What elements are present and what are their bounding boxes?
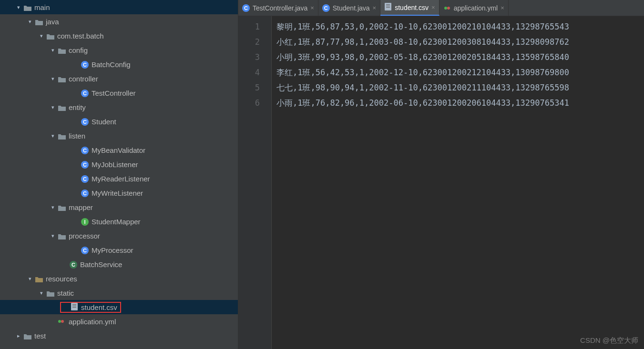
folder-icon bbox=[23, 3, 32, 11]
project-tree[interactable]: ▾main▾java▾com.test.batch▾configCBatchCo… bbox=[0, 0, 238, 349]
folder-icon bbox=[34, 18, 44, 26]
tree-item-label: StudentMapper bbox=[92, 218, 141, 226]
yml-icon bbox=[57, 318, 67, 325]
line-number: 1 bbox=[238, 19, 260, 34]
tree-item-student[interactable]: CStudent bbox=[0, 114, 238, 129]
chevron-icon: ▾ bbox=[49, 133, 57, 139]
tree-item-label: controller bbox=[69, 75, 98, 83]
tree-item-student-csv[interactable]: student.csv bbox=[0, 300, 238, 314]
folder-icon bbox=[57, 232, 67, 240]
class-icon: C bbox=[80, 174, 90, 183]
tree-item-entity[interactable]: ▾entity bbox=[0, 100, 238, 114]
code-line[interactable]: 小明,3班,99,93,98,0,2002-05-18,623001200205… bbox=[276, 50, 569, 65]
tree-item-label: resources bbox=[46, 275, 77, 283]
tree-item-myreaderlistener[interactable]: CMyReaderListener bbox=[0, 171, 238, 186]
tab-label: application.yml bbox=[454, 4, 498, 12]
tree-item-label: mapper bbox=[69, 203, 93, 211]
svg-point-1 bbox=[61, 320, 64, 323]
folder-icon bbox=[57, 46, 67, 54]
editor-content: 123456 黎明,1班,56,87,53,0,2002-10-10,62300… bbox=[238, 16, 644, 349]
tree-item-batchconfig[interactable]: CBatchConfig bbox=[0, 57, 238, 71]
tree-item-label: MyJobListener bbox=[92, 160, 138, 169]
tree-item-batchservice[interactable]: CBatchService bbox=[0, 257, 238, 271]
tree-item-testcontroller[interactable]: CTestController bbox=[0, 86, 238, 100]
tree-item-mybeanvalidator[interactable]: CMyBeanValidator bbox=[0, 143, 238, 157]
close-icon[interactable]: × bbox=[310, 4, 314, 11]
code-line[interactable]: 小雨,1班,76,82,96,1,2002-06-10,623001200206… bbox=[276, 95, 569, 110]
chevron-icon: ▾ bbox=[49, 104, 57, 110]
tab-label: student.csv bbox=[395, 4, 429, 11]
tree-item-java[interactable]: ▾java bbox=[0, 14, 238, 29]
close-icon[interactable]: × bbox=[373, 4, 377, 11]
interface-icon: I bbox=[80, 217, 90, 226]
chevron-icon: ▾ bbox=[26, 19, 34, 25]
chevron-icon: ▾ bbox=[49, 47, 57, 53]
tree-item-listen[interactable]: ▾listen bbox=[0, 129, 238, 143]
tab-student-java[interactable]: CStudent.java× bbox=[318, 0, 380, 16]
tree-item-com-test-batch[interactable]: ▾com.test.batch bbox=[0, 29, 238, 43]
close-icon[interactable]: × bbox=[501, 4, 504, 11]
class-icon: C bbox=[322, 4, 330, 12]
class-icon: C bbox=[242, 4, 250, 12]
watermark: CSDN @色空大师 bbox=[580, 336, 638, 345]
chevron-icon: ▾ bbox=[49, 76, 57, 82]
class-icon: C bbox=[80, 146, 90, 154]
tree-item-label: static bbox=[57, 289, 74, 297]
tree-item-label: MyReaderListener bbox=[92, 175, 150, 183]
tree-item-studentmapper[interactable]: IStudentMapper bbox=[0, 214, 238, 229]
code-area[interactable]: 黎明,1班,56,87,53,0,2002-10-10,623001200210… bbox=[272, 16, 574, 349]
tree-item-processor[interactable]: ▾processor bbox=[0, 229, 238, 243]
chevron-icon: ▾ bbox=[37, 290, 46, 296]
tree-item-mapper[interactable]: ▾mapper bbox=[0, 200, 238, 214]
tab-student-csv[interactable]: student.csv× bbox=[380, 0, 439, 16]
tree-item-mywritelistener[interactable]: CMyWriteListener bbox=[0, 186, 238, 200]
tree-item-static[interactable]: ▾static bbox=[0, 286, 238, 300]
editor-tabs: CTestController.java×CStudent.java×stude… bbox=[238, 0, 644, 16]
folder-icon bbox=[57, 103, 67, 111]
tree-item-label: entity bbox=[69, 103, 86, 111]
tree-item-label: MyProcessor bbox=[92, 246, 133, 254]
code-line[interactable]: 黎明,1班,56,87,53,0,2002-10-10,623001200210… bbox=[276, 19, 569, 34]
folder-icon bbox=[46, 289, 55, 297]
chevron-icon: ▸ bbox=[14, 333, 23, 339]
line-number: 4 bbox=[238, 65, 260, 80]
editor-area: CTestController.java×CStudent.java×stude… bbox=[238, 0, 644, 349]
class-icon: C bbox=[80, 189, 90, 197]
tree-item-main[interactable]: ▾main bbox=[0, 0, 238, 14]
line-gutter: 123456 bbox=[238, 16, 272, 349]
tree-item-label: student.csv bbox=[81, 303, 117, 311]
code-line[interactable]: 七七,1班,98,90,94,1,2002-11-10,623001200211… bbox=[276, 80, 569, 95]
svg-point-3 bbox=[447, 7, 450, 10]
tree-item-application-yml[interactable]: application.yml bbox=[0, 314, 238, 329]
tab-testcontroller-java[interactable]: CTestController.java× bbox=[238, 0, 318, 16]
folder-icon bbox=[23, 332, 32, 340]
line-number: 6 bbox=[238, 95, 260, 110]
tree-item-label: application.yml bbox=[69, 318, 116, 326]
tree-item-label: config bbox=[69, 46, 88, 54]
tree-item-config[interactable]: ▾config bbox=[0, 43, 238, 57]
yml-icon bbox=[443, 4, 451, 11]
tab-application-yml[interactable]: application.yml× bbox=[440, 0, 509, 16]
close-icon[interactable]: × bbox=[431, 4, 435, 11]
tree-item-label: listen bbox=[69, 132, 85, 140]
tree-item-label: MyBeanValidator bbox=[92, 146, 145, 154]
tree-item-label: processor bbox=[69, 232, 100, 240]
tree-item-resources[interactable]: ▾resources bbox=[0, 271, 238, 286]
tree-item-myjoblistener[interactable]: CMyJobListener bbox=[0, 157, 238, 171]
tree-item-controller[interactable]: ▾controller bbox=[0, 71, 238, 86]
tab-label: TestController.java bbox=[253, 4, 307, 12]
tree-item-label: java bbox=[46, 18, 59, 26]
class-icon: C bbox=[80, 160, 90, 169]
code-line[interactable]: 李红,1班,56,42,53,1,2002-12-10,623001200212… bbox=[276, 65, 569, 80]
folder-icon bbox=[57, 132, 67, 140]
folder-icon bbox=[46, 32, 55, 40]
tree-item-label: MyWriteListener bbox=[92, 189, 143, 197]
chevron-icon: ▾ bbox=[14, 4, 23, 10]
tree-item-test[interactable]: ▸test bbox=[0, 329, 238, 343]
tab-label: Student.java bbox=[333, 4, 370, 12]
tree-item-label: BatchService bbox=[80, 260, 122, 269]
tree-item-label: main bbox=[34, 3, 50, 11]
code-line[interactable]: 小红,1班,87,77,98,1,2003-08-10,623001200308… bbox=[276, 34, 569, 50]
tree-item-myprocessor[interactable]: CMyProcessor bbox=[0, 243, 238, 257]
folder-icon bbox=[34, 275, 44, 283]
